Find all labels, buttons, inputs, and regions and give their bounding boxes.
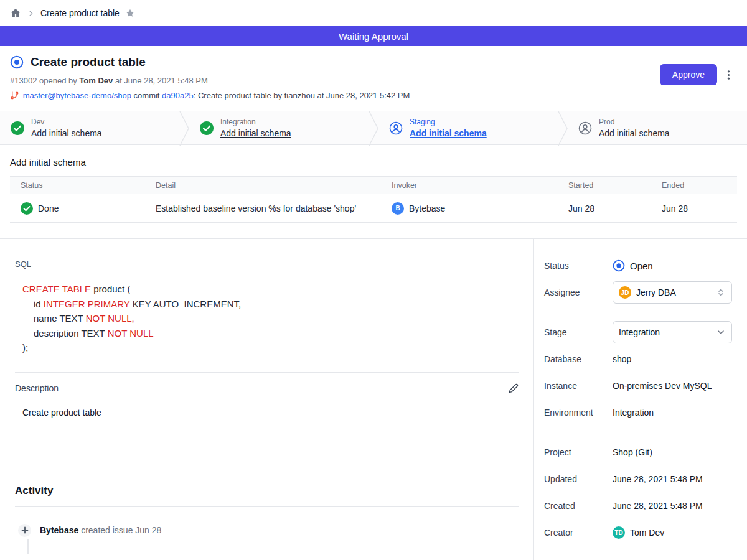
sidebar-field-updated: Updated June 28, 2021 5:48 PM: [544, 468, 732, 490]
approve-button[interactable]: Approve: [660, 64, 717, 85]
open-status-icon: [613, 259, 625, 272]
avatar: JD: [619, 286, 631, 299]
issue-meta-prefix: #13002 opened by: [10, 76, 77, 85]
header-actions: Approve: [660, 64, 735, 85]
divider: [15, 506, 519, 507]
issue-meta: #13002 opened by Tom Dev at June 28, 202…: [10, 76, 737, 85]
instance-value[interactable]: On-premises Dev MySQL: [613, 381, 712, 391]
timeline-line: [27, 539, 29, 554]
stage-task-link[interactable]: Add initial schema: [410, 128, 487, 138]
column-header-detail: Detail: [145, 181, 381, 190]
field-label: Creator: [544, 528, 613, 538]
description-header: Description: [15, 383, 519, 393]
field-label: Created: [544, 501, 613, 511]
issue-title: Create product table: [31, 55, 146, 69]
main-column: SQL CREATE TABLE product ( id INTEGER PR…: [0, 239, 533, 560]
column-header-started: Started: [558, 181, 651, 190]
sql-line: description TEXT NOT NULL: [22, 326, 519, 341]
sql-line: CREATE TABLE product (: [22, 282, 519, 297]
chevron-down-icon: [716, 327, 726, 337]
sql-label: SQL: [15, 259, 519, 269]
issue-title-row: Create product table: [10, 55, 737, 69]
issue-header: Create product table #13002 opened by To…: [0, 46, 747, 111]
status-value: Open: [613, 259, 653, 272]
commit-repo-link[interactable]: master@bytebase-demo/shop: [23, 91, 131, 100]
activity-entry: Bytebase created issue Jun 28: [15, 524, 519, 537]
sql-line: );: [22, 340, 519, 355]
sql-token: product (: [91, 284, 130, 294]
pipeline-stage-dev[interactable]: Dev Add initial schema: [0, 111, 179, 144]
stage-task-link[interactable]: Add initial schema: [31, 128, 102, 138]
star-icon[interactable]: [125, 8, 135, 18]
table-row[interactable]: Done Established baseline version %s for…: [10, 194, 737, 222]
sql-token: name TEXT: [34, 313, 86, 324]
sql-token: KEY AUTO_INCREMENT,: [129, 299, 241, 309]
stage-task-link[interactable]: Add initial schema: [220, 128, 291, 138]
home-icon[interactable]: [10, 7, 21, 19]
environment-value[interactable]: Integration: [613, 408, 654, 418]
stage-env-label: Integration: [220, 118, 291, 126]
sql-token: );: [22, 342, 28, 353]
avatar: TD: [613, 526, 625, 539]
task-invoker-cell: B Bytebase: [381, 202, 558, 215]
lower-content: SQL CREATE TABLE product ( id INTEGER PR…: [0, 238, 747, 560]
creator-name: Tom Dev: [630, 528, 664, 538]
breadcrumb-separator-icon: [27, 9, 35, 17]
stage-env-label: Staging: [410, 118, 487, 126]
column-header-invoker: Invoker: [381, 181, 558, 190]
activity-title: Activity: [15, 485, 519, 497]
check-circle-icon: [200, 121, 214, 135]
pipeline-stage-integration[interactable]: Integration Add initial schema: [189, 111, 369, 144]
sql-token: NOT NULL,: [86, 313, 134, 324]
sql-line: name TEXT NOT NULL,: [22, 311, 519, 326]
sql-line: id INTEGER PRIMARY KEY AUTO_INCREMENT,: [22, 297, 519, 312]
sidebar-field-created: Created June 28, 2021 5:48 PM: [544, 495, 732, 517]
activity-action: created issue Jun 28: [81, 525, 161, 535]
sql-preview: CREATE TABLE product ( id INTEGER PRIMAR…: [22, 282, 519, 355]
more-menu-icon[interactable]: [723, 69, 735, 81]
task-status-text: Done: [38, 203, 59, 213]
task-section-title: Add initial schema: [10, 157, 737, 167]
sidebar-field-instance: Instance On-premises Dev MySQL: [544, 375, 732, 397]
commit-word: commit: [134, 91, 160, 100]
selector-stepper-icon: [716, 287, 726, 297]
assignee-select[interactable]: JD Jerry DBA: [613, 281, 732, 304]
project-value[interactable]: Shop (Git): [613, 447, 652, 457]
sql-token: CREATE TABLE: [22, 284, 91, 294]
stage-env-label: Prod: [599, 118, 670, 126]
updated-value: June 28, 2021 5:48 PM: [613, 474, 703, 484]
database-value[interactable]: shop: [613, 354, 631, 364]
pipeline-stage-staging[interactable]: Staging Add initial schema: [378, 111, 558, 144]
stage-text: Integration Add initial schema: [220, 118, 291, 138]
field-label: Updated: [544, 474, 613, 484]
creator-value: TD Tom Dev: [613, 526, 664, 539]
task-ended-cell: Jun 28: [651, 203, 737, 213]
stage-separator-icon: [369, 111, 378, 146]
stage-text: Dev Add initial schema: [31, 118, 102, 138]
activity-actor: Bytebase: [40, 525, 78, 535]
bytebase-issue-page: Create product table Waiting Approval Cr…: [0, 0, 747, 560]
task-invoker-name: Bytebase: [409, 203, 445, 213]
task-table-header: Status Detail Invoker Started Ended: [10, 177, 737, 194]
sidebar-field-project: Project Shop (Git): [544, 441, 732, 464]
stage-text: Staging Add initial schema: [410, 118, 487, 138]
task-status-cell: Done: [10, 202, 145, 215]
sidebar-field-database: Database shop: [544, 348, 732, 370]
issue-meta-suffix: at June 28, 2021 5:48 PM: [115, 76, 208, 85]
column-header-status: Status: [10, 181, 145, 190]
stage-select[interactable]: Integration: [613, 321, 732, 343]
pipeline-stage-prod[interactable]: Prod Add initial schema: [568, 111, 747, 144]
open-status-icon: [10, 55, 24, 69]
description-content[interactable]: Create product table: [22, 408, 519, 418]
commit-info: master@bytebase-demo/shop commit da90a25…: [10, 91, 737, 100]
edit-pencil-icon[interactable]: [509, 383, 519, 393]
approval-banner: Waiting Approval: [0, 26, 747, 46]
stage-separator-icon: [179, 111, 189, 146]
breadcrumb-bar: Create product table: [0, 0, 747, 26]
activity-entry-text: Bytebase created issue Jun 28: [40, 525, 161, 535]
task-started-cell: Jun 28: [558, 203, 651, 213]
status-text: Open: [630, 261, 653, 271]
commit-hash-link[interactable]: da90a25: [162, 91, 194, 100]
breadcrumb-title[interactable]: Create product table: [40, 8, 120, 18]
stage-task-link[interactable]: Add initial schema: [599, 128, 670, 138]
